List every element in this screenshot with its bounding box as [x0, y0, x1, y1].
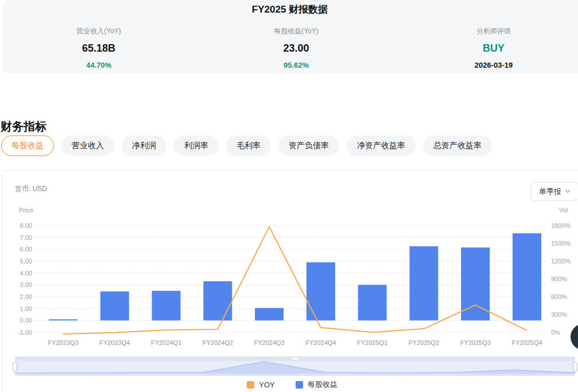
left-axis-tick: 7.00 [8, 234, 32, 241]
metric-revenue-yoy: 营业收入(YoY)65.18B44.70% [36, 26, 162, 69]
left-axis-tick: 6.00 [8, 246, 32, 253]
x-axis-label: FY2023Q4 [89, 339, 141, 346]
x-axis-label: FY2025Q2 [398, 339, 449, 346]
right-axis-tick: 600% [551, 293, 567, 300]
x-axis-label: FY2024Q3 [243, 339, 295, 346]
brush-track[interactable] [15, 361, 575, 374]
metric-sub: 95.62% [233, 61, 359, 69]
tab-roa[interactable]: 总资产收益率 [423, 135, 492, 156]
left-axis-tick: 0.00 [8, 317, 32, 324]
brush-top-rail[interactable] [15, 356, 575, 361]
brush-area [15, 362, 575, 374]
left-axis-tick: 5.00 [8, 258, 32, 265]
left-axis-tick: -1.00 [8, 329, 32, 336]
bar-FY2023Q4[interactable] [100, 292, 129, 321]
section-title: 财务指标 [1, 119, 46, 134]
chart-card: 货币: USD 单季报 Price Vol 8.007.006.005.004.… [2, 170, 578, 392]
tab-revenue[interactable]: 营业收入 [61, 135, 114, 156]
tab-roe[interactable]: 净资产收益率 [347, 135, 416, 156]
tab-debt-ratio[interactable]: 资产负债率 [278, 135, 339, 156]
metric-eps-yoy: 每股收益(YoY)23.0095.62% [233, 26, 359, 69]
metric-sub: 44.70% [36, 61, 162, 69]
left-axis-tick: 1.00 [8, 305, 32, 312]
left-axis-tick: 4.00 [8, 270, 32, 277]
brush-left-handle[interactable] [13, 362, 17, 372]
report-summary-card: FY2025 财报数据 营业收入(YoY)65.18B44.70%每股收益(Yo… [3, 0, 578, 73]
x-axis-label: FY2024Q4 [295, 339, 347, 346]
page-title: FY2025 财报数据 [3, 3, 577, 16]
page: FY2025 财报数据 营业收入(YoY)65.18B44.70%每股收益(Yo… [0, 0, 578, 392]
x-axis-label: FY2025Q1 [347, 339, 398, 346]
x-axis-label: FY2024Q2 [192, 339, 243, 346]
yoy-line [63, 227, 527, 334]
bar-FY2024Q2[interactable] [203, 281, 232, 320]
metric-value: 65.18B [36, 42, 162, 55]
bar-FY2025Q1[interactable] [358, 285, 387, 320]
bar-FY2024Q4[interactable] [307, 262, 335, 320]
tab-net-profit[interactable]: 净利润 [122, 135, 166, 156]
bar-FY2024Q1[interactable] [152, 291, 181, 321]
legend-swatch [296, 381, 303, 389]
datazoom-brush [15, 356, 575, 376]
bar-FY2025Q2[interactable] [409, 246, 438, 320]
tab-eps[interactable]: 每股收益 [1, 135, 54, 156]
metric-analyst-rating: 分析师评级BUY2026-03-19 [430, 26, 557, 69]
right-axis-tick: 1500% [551, 240, 571, 247]
legend-swatch [247, 381, 254, 389]
metric-value: BUY [430, 42, 557, 55]
metric-label: 每股收益(YoY) [233, 26, 359, 36]
metric-value: 23.00 [233, 42, 359, 55]
left-axis-tick: 8.00 [8, 222, 32, 229]
metric-label: 营业收入(YoY) [36, 26, 162, 36]
legend-item-eps[interactable]: 每股收益 [296, 379, 338, 390]
right-axis-tick: 1800% [551, 222, 571, 229]
metric-label: 分析师评级 [430, 26, 557, 36]
legend-label: 每股收益 [308, 379, 338, 390]
right-axis-tick: 0% [551, 329, 560, 336]
legend-label: YOY [259, 381, 274, 389]
x-axis-label: FY2023Q3 [37, 339, 89, 346]
tab-gross-margin[interactable]: 毛利率 [226, 135, 271, 156]
right-axis-tick: 300% [551, 311, 567, 318]
chart-plot [2, 170, 578, 348]
brush-minimap [15, 361, 575, 374]
indicator-tabs: 每股收益营业收入净利润利润率毛利率资产负债率净资产收益率总资产收益率 [1, 135, 492, 156]
bar-FY2024Q3[interactable] [255, 308, 284, 321]
brush-bottom-rail[interactable] [15, 374, 575, 376]
x-axis-label: FY2024Q1 [141, 339, 192, 346]
x-axis-label: FY2025Q4 [501, 339, 553, 346]
chart-legend: YOY每股收益 [2, 379, 578, 390]
right-axis-tick: 1200% [551, 258, 571, 265]
bar-FY2025Q4[interactable] [513, 233, 541, 320]
legend-item-yoy[interactable]: YOY [247, 381, 274, 389]
tab-profit-margin[interactable]: 利润率 [174, 135, 219, 156]
brush-right-handle[interactable] [573, 362, 577, 372]
right-axis-tick: 900% [551, 275, 567, 282]
left-axis-tick: 2.00 [8, 293, 32, 300]
metric-sub: 2026-03-19 [430, 61, 557, 69]
x-axis-label: FY2025Q3 [449, 339, 501, 346]
brush-grip-icon [292, 358, 298, 360]
left-axis-tick: 3.00 [8, 281, 32, 288]
bar-FY2023Q3[interactable] [49, 319, 77, 320]
